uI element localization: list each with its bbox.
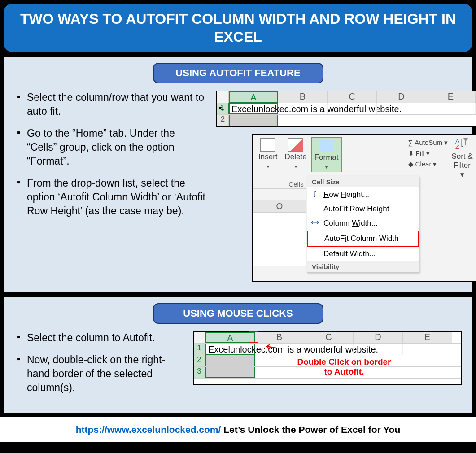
annotation-text: Double Click on border to Autofit. <box>297 357 391 377</box>
selected-column-body[interactable] <box>205 367 255 378</box>
bullet-item: From the drop-down list, select the opti… <box>17 176 207 218</box>
footer-link[interactable]: https://www.excelunlocked.com/ <box>76 424 221 435</box>
cell[interactable] <box>377 103 426 114</box>
selected-column-body[interactable] <box>205 355 255 366</box>
row-header-2[interactable]: 2 <box>217 115 229 126</box>
menu-autofit-row-height[interactable]: AutoFit Row Height <box>307 202 419 216</box>
insert-icon <box>260 138 275 152</box>
cell[interactable] <box>278 103 328 114</box>
menu-autofit-column-width[interactable]: AutoFit Column Width <box>307 231 419 247</box>
svg-text:Z: Z <box>455 144 459 150</box>
section-autofit-feature: USING AUTOFIT FEATURE Select the column/… <box>4 56 472 292</box>
row-height-icon <box>311 190 319 197</box>
selected-column-body[interactable] <box>229 115 278 126</box>
main-title: TWO WAYS TO AUTOFIT COLUMN WIDTH AND ROW… <box>4 4 472 52</box>
column-width-icon <box>311 219 319 226</box>
autosum-button[interactable]: AutoSum <box>415 137 442 148</box>
column-header-d[interactable]: D <box>354 332 403 343</box>
footer-tagline: Let’s Unlock the Power of Excel for You <box>221 424 400 435</box>
column-header-o[interactable]: O <box>253 200 306 213</box>
column-header-c[interactable]: C <box>328 91 377 103</box>
cell[interactable] <box>426 103 476 114</box>
menu-default-width[interactable]: Default Width... <box>307 247 419 261</box>
section2-bullets: Select the column to Autofit. Now, doubl… <box>14 331 185 395</box>
row-header-1[interactable]: 1 <box>194 344 205 355</box>
cursor-icon: ↖ <box>218 104 225 114</box>
autosum-icon: ∑ <box>408 137 413 148</box>
section2-heading: USING MOUSE CLICKS <box>153 303 323 324</box>
column-header-c[interactable]: C <box>304 332 354 343</box>
clear-icon: ◆ <box>408 159 414 170</box>
screenshot-ribbon-format-menu: Insert▾ Delete▾ Format▾ ∑ AutoSum ▾ <box>252 134 476 282</box>
sort-filter-icon: AZ <box>455 137 469 150</box>
dropdown-group-cell-size: Cell Size <box>307 176 419 187</box>
bullet-item: Select the column/row that you want to a… <box>17 91 207 118</box>
bullet-item: Select the column to Autofit. <box>17 331 185 345</box>
fill-icon: ⬇ <box>408 148 414 159</box>
row-header-2[interactable]: 2 <box>194 355 205 366</box>
editing-group: ∑ AutoSum ▾ ⬇ Fill ▾ ◆ Clear ▾ <box>408 137 448 170</box>
menu-row-height[interactable]: Row Height... <box>307 187 419 202</box>
cell[interactable] <box>304 344 354 355</box>
insert-button[interactable]: Insert▾ <box>256 137 280 171</box>
column-header-e[interactable]: E <box>403 332 452 343</box>
column-header-a[interactable]: A <box>229 91 278 103</box>
clear-button[interactable]: Clear <box>415 159 432 170</box>
fill-button[interactable]: Fill <box>416 148 424 159</box>
format-icon <box>319 139 334 152</box>
sort-filter-button[interactable]: AZ Sort & Filter▾ <box>451 137 473 179</box>
cell[interactable] <box>354 344 403 355</box>
screenshot-column-selected: ↖ A B C D E 1 Excelunlockec.com is a won… <box>216 91 476 127</box>
footer: https://www.excelunlocked.com/ Let’s Unl… <box>0 417 476 442</box>
bullet-item: Now, double-click on the right-hand bord… <box>17 353 185 395</box>
screenshot-double-click-border: A B C D E 1 Excelunlockec.com is a wonde… <box>193 331 462 385</box>
highlight-box <box>249 331 258 343</box>
cell-a1[interactable]: Excelunlockec.com is a wonderful website… <box>205 344 255 355</box>
section1-bullets: Select the column/row that you want to a… <box>14 91 207 218</box>
bullet-item: Go to the “Home” tab. Under the “Cells” … <box>17 126 207 168</box>
section-mouse-clicks: USING MOUSE CLICKS Select the column to … <box>4 296 472 414</box>
section1-heading: USING AUTOFIT FEATURE <box>153 63 323 83</box>
column-header-d[interactable]: D <box>377 91 426 103</box>
dropdown-group-visibility: Visibility <box>307 261 419 272</box>
delete-button[interactable]: Delete▾ <box>282 137 310 171</box>
format-dropdown: Cell Size Row Height... AutoFit Row Heig… <box>307 176 419 273</box>
cell-a1[interactable]: Excelunlockec.com is a wonderful website… <box>229 103 278 114</box>
column-header-b[interactable]: B <box>278 91 328 103</box>
column-header-b[interactable]: B <box>255 332 304 343</box>
format-button[interactable]: Format▾ <box>311 137 342 172</box>
row-header-3[interactable]: 3 <box>194 367 205 378</box>
menu-column-width[interactable]: Column Width... <box>307 216 419 231</box>
cell[interactable] <box>403 344 452 355</box>
column-header-a[interactable]: A <box>205 332 255 343</box>
delete-icon <box>288 138 303 152</box>
cell[interactable] <box>328 103 377 114</box>
infographic-container: TWO WAYS TO AUTOFIT COLUMN WIDTH AND ROW… <box>0 0 476 417</box>
column-header-e[interactable]: E <box>426 91 476 103</box>
